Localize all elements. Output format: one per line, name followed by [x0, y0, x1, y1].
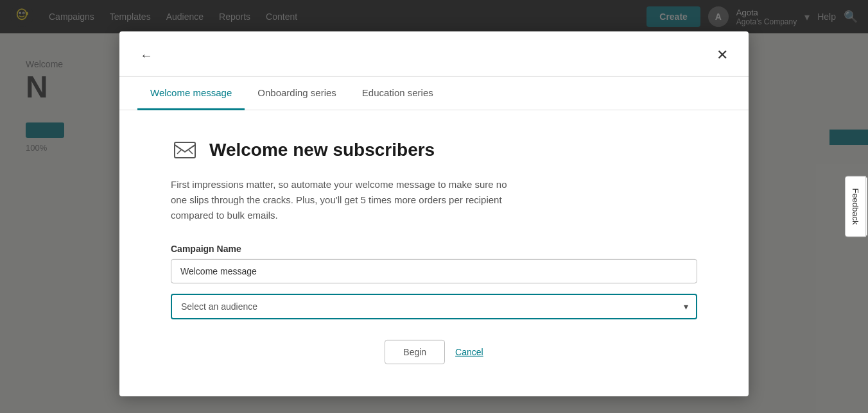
audience-select[interactable]: Select an audience: [171, 294, 697, 319]
modal-footer: Begin Cancel: [171, 340, 697, 364]
modal: ← ✕ Welcome message Onboarding series Ed…: [119, 31, 749, 396]
tab-onboarding-series[interactable]: Onboarding series: [245, 77, 349, 110]
modal-title: Welcome new subscribers: [209, 140, 435, 160]
modal-tabs: Welcome message Onboarding series Educat…: [119, 77, 749, 110]
tab-welcome-message[interactable]: Welcome message: [137, 77, 245, 110]
modal-title-row: Welcome new subscribers: [171, 136, 697, 164]
modal-body: Welcome new subscribers First impression…: [119, 110, 749, 396]
tab-education-series[interactable]: Education series: [349, 77, 446, 110]
svg-rect-8: [175, 142, 195, 158]
close-button[interactable]: ✕: [714, 44, 731, 66]
feedback-button[interactable]: Feedback: [845, 176, 866, 237]
campaign-name-label: Campaign Name: [171, 244, 697, 254]
begin-button[interactable]: Begin: [385, 340, 445, 364]
audience-select-wrapper: Select an audience ▾: [171, 294, 697, 319]
cancel-button[interactable]: Cancel: [455, 347, 483, 357]
modal-header: ← ✕: [119, 31, 749, 77]
campaign-name-input[interactable]: [171, 259, 697, 283]
modal-description: First impressions matter, so automate yo…: [171, 177, 517, 223]
welcome-icon: [171, 136, 199, 164]
back-button[interactable]: ←: [137, 45, 155, 65]
